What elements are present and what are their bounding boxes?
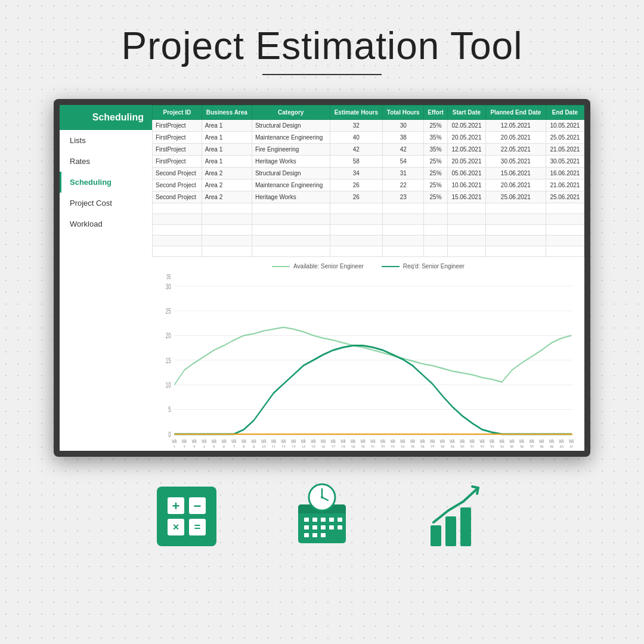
table-cell-empty [546,214,584,225]
table-cell: 54 [383,156,424,168]
table-cell-empty [424,203,448,214]
svg-text:30: 30 [460,444,465,448]
table-cell-empty [202,236,252,246]
svg-text:30: 30 [166,283,171,290]
svg-text:12: 12 [281,444,286,448]
app-window: Scheduling Lists Rates Scheduling Projec… [60,105,584,451]
table-cell: FirstProject [153,144,202,156]
required-line [174,345,571,434]
table-row-empty [153,246,584,257]
table-cell-empty [330,246,383,257]
calculator-icon-item: + − × = [151,481,222,552]
sidebar-item-rates[interactable]: Rates [60,151,152,172]
svg-text:10: 10 [262,444,266,448]
table-cell: 20.05.2021 [485,132,546,144]
table-row-empty [153,236,584,246]
svg-text:20: 20 [361,444,365,448]
table-cell: Second Project [153,179,202,191]
table-cell: 25% [424,120,448,132]
table-cell-empty [383,203,424,214]
y-axis: 0 5 10 15 20 25 30 35 [166,274,572,438]
table-row: Second ProjectArea 2Heritage Works262325… [153,191,584,203]
available-line [174,327,571,385]
sidebar-item-scheduling[interactable]: Scheduling [60,172,152,193]
table-cell: 16.06.2021 [546,168,584,179]
svg-text:=: = [194,521,201,533]
table-cell: 26 [330,191,383,203]
svg-text:35: 35 [166,274,171,280]
table-cell: 25.05.2021 [546,132,584,144]
sidebar-item-project-cost[interactable]: Project Cost [60,193,152,213]
table-cell-empty [546,236,584,246]
svg-text:31: 31 [470,444,475,448]
svg-text:5: 5 [213,444,215,448]
available-line-sample [272,266,290,267]
table-cell-empty [202,214,252,225]
svg-rect-114 [338,518,342,522]
bottom-icons: + − × = [83,481,561,552]
table-cell-empty [153,246,202,257]
page-title: Project Estimation Tool [0,24,644,68]
legend-available-label: Available: Senior Engineer [293,263,364,270]
svg-text:9: 9 [253,444,255,448]
svg-text:+: + [172,499,180,513]
table-cell-empty [383,236,424,246]
svg-text:×: × [173,521,179,533]
table-cell: Area 1 [202,156,252,168]
svg-text:15: 15 [166,357,171,364]
svg-rect-115 [304,525,309,530]
svg-text:6: 6 [223,444,225,448]
table-cell: Area 2 [202,179,252,191]
svg-rect-118 [329,525,334,530]
table-cell-empty [330,214,383,225]
svg-text:4: 4 [203,444,206,448]
svg-rect-110 [304,518,309,522]
svg-text:7: 7 [233,444,235,448]
calendar-clock-icon [286,481,358,552]
table-cell: Structural Design [252,120,330,132]
svg-rect-117 [321,525,326,530]
table-cell-empty [485,203,546,214]
svg-text:15: 15 [311,444,315,448]
title-underline [262,74,382,75]
table-cell-empty [202,225,252,236]
legend-required-label: Req'd: Senior Engineer [403,263,465,270]
chart-svg-container: 0 5 10 15 20 25 30 35 [158,274,578,448]
svg-text:18: 18 [341,444,345,448]
sidebar: Scheduling Lists Rates Scheduling Projec… [60,105,152,451]
table-cell: 38 [383,132,424,144]
col-planned-end-date: Planned End Date [485,106,546,120]
table-row-empty [153,203,584,214]
table-row: FirstProjectArea 1Maintenance Engineerin… [153,132,584,144]
svg-text:35: 35 [510,444,514,448]
svg-text:36: 36 [520,444,524,448]
table-cell-empty [252,246,330,257]
table-cell: 10.05.2021 [546,120,584,132]
col-total-hours: Total Hours [383,106,424,120]
table-cell: FirstProject [153,132,202,144]
table-cell: 20.06.2021 [485,179,546,191]
sidebar-item-workload[interactable]: Workload [60,213,152,234]
table-cell-empty [202,203,252,214]
sidebar-item-lists[interactable]: Lists [60,130,152,151]
svg-text:25: 25 [411,444,415,448]
svg-text:1: 1 [174,444,175,448]
table-cell: 31 [383,168,424,179]
svg-rect-128 [431,525,441,546]
table-cell: 30 [383,120,424,132]
table-cell-empty [383,214,424,225]
svg-rect-130 [460,507,471,546]
svg-text:−: − [194,499,202,513]
svg-text:2: 2 [183,444,185,448]
svg-text:14: 14 [302,444,306,448]
table-cell-empty [252,214,330,225]
table-row: Second ProjectArea 2Structural Design343… [153,168,584,179]
table-cell: Area 1 [202,132,252,144]
table-cell: 25% [424,168,448,179]
table-cell: 25% [424,191,448,203]
table-cell: Maintenance Engineering [252,179,330,191]
svg-text:32: 32 [480,444,484,448]
table-cell-empty [330,236,383,246]
col-end-date: End Date [546,106,584,120]
table-cell: Heritage Works [252,191,330,203]
